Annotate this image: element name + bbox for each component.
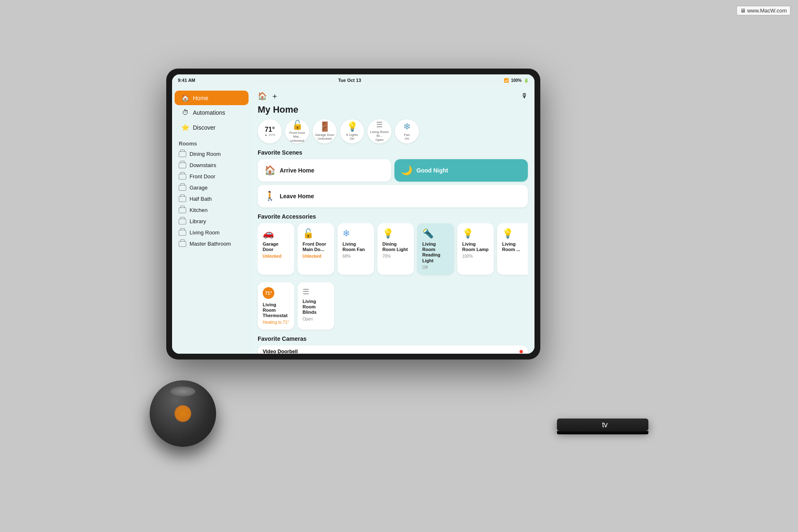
- good-night-label: Good Night: [416, 167, 448, 174]
- lr-blinds-acc-icon: ☰: [303, 287, 329, 296]
- apple-tv: tv: [557, 419, 648, 434]
- accessory-garage-door[interactable]: 🚗 Garage Door Unlocked: [258, 223, 294, 275]
- accessory-dining-light[interactable]: 💡 Dining Room Light 70%: [377, 223, 414, 275]
- fan-chip[interactable]: ❄ FanOn: [395, 119, 419, 143]
- app-layout: 🏠 Home ⏱ Automations ⭐ Discover Rooms: [172, 86, 534, 354]
- room-label-half-bath: Half Bath: [190, 196, 212, 202]
- scene-arrive-home[interactable]: 🏠 Arrive Home: [258, 159, 391, 182]
- garage-door-acc-name: Garage Door: [263, 241, 289, 252]
- lr-reading-acc-icon: 🔦: [422, 228, 449, 239]
- lights-chip[interactable]: 💡 6 LightsOn: [340, 119, 364, 143]
- accessory-lr-blinds[interactable]: ☰ Living Room Blinds Open: [298, 282, 334, 330]
- accessory-lr-fan[interactable]: ❄ Living Room Fan 68%: [337, 223, 374, 275]
- front-door-chip[interactable]: 🔓 Front Door Mai...Unlocked: [285, 119, 309, 143]
- temp-chip[interactable]: 71° ▲ 20%: [258, 119, 282, 143]
- wifi-icon: 📶: [504, 78, 509, 83]
- room-label-library: Library: [190, 218, 206, 224]
- lr-reading-acc-name: Living Room Reading Light: [422, 241, 449, 264]
- blinds-chip-label: Living Room Bl...Open: [369, 130, 390, 142]
- accessory-front-door[interactable]: 🔓 Front Door Main Do... Unlocked: [298, 223, 334, 275]
- top-nav: 🏠 ＋ 🎙: [258, 91, 528, 101]
- homepod-orange-indicator: [175, 405, 191, 422]
- room-item-kitchen[interactable]: Kitchen: [172, 204, 251, 216]
- front-door-chip-icon: 🔓: [292, 120, 303, 130]
- room-item-master-bathroom[interactable]: Master Bathroom: [172, 238, 251, 249]
- fan-chip-label: FanOn: [404, 133, 410, 141]
- good-night-icon: 🌙: [401, 165, 412, 176]
- arrive-home-icon: 🏠: [264, 165, 276, 176]
- sidebar-item-discover-label: Discover: [193, 124, 215, 131]
- garage-door-chip[interactable]: 🚪 Garage DoorUnlocked: [313, 119, 337, 143]
- homepod-body: [150, 380, 216, 447]
- room-label-master-bathroom: Master Bathroom: [190, 241, 231, 247]
- room-item-front-door[interactable]: Front Door: [172, 171, 251, 182]
- lr-fan-acc-status: 68%: [342, 254, 369, 259]
- lr-lamp-acc-status: 100%: [462, 254, 489, 259]
- room-item-garage[interactable]: Garage: [172, 182, 251, 193]
- accessory-lr-extra[interactable]: 💡 Living Room ...: [497, 223, 528, 275]
- watermark-text: www.MacW.com: [747, 7, 787, 14]
- home-nav-icon: 🏠: [181, 94, 190, 102]
- add-button[interactable]: ＋: [271, 91, 278, 101]
- front-door-chip-label: Front Door Mai...Unlocked: [287, 131, 308, 143]
- lr-lamp-acc-icon: 💡: [462, 228, 489, 239]
- automations-nav-icon: ⏱: [181, 109, 190, 116]
- sidebar-item-automations[interactable]: ⏱ Automations: [175, 106, 249, 120]
- fan-chip-icon: ❄: [403, 122, 411, 132]
- room-icon-living-room: [179, 230, 186, 236]
- favorite-scenes-header: Favorite Scenes: [258, 149, 528, 156]
- room-icon-library: [179, 219, 186, 224]
- accessory-lr-lamp[interactable]: 💡 Living Room Lamp 100%: [457, 223, 494, 275]
- camera-card[interactable]: Video Doorbell: [258, 345, 528, 354]
- sidebar-nav: 🏠 Home ⏱ Automations ⭐ Discover: [172, 91, 251, 135]
- room-icon-front-door: [179, 174, 186, 180]
- accessory-lr-reading[interactable]: 🔦 Living Room Reading Light Off: [417, 223, 454, 275]
- lr-fan-acc-icon: ❄: [342, 228, 369, 239]
- siri-icon[interactable]: 🎙: [521, 92, 528, 100]
- favorite-accessories-header: Favorite Accessories: [258, 213, 528, 220]
- scene-leave-home[interactable]: 🚶 Leave Home: [258, 185, 528, 207]
- temp-value: 71°: [265, 126, 275, 133]
- scene-good-night[interactable]: 🌙 Good Night: [394, 159, 528, 182]
- camera-live-indicator: [520, 350, 523, 353]
- garage-door-acc-icon: 🚗: [263, 228, 289, 239]
- thermostat-badge: 71°: [263, 287, 274, 299]
- room-icon-garage: [179, 185, 186, 191]
- status-chips: 71° ▲ 20% 🔓 Front Door Mai...Unlocked 🚪 …: [258, 119, 528, 143]
- room-item-library[interactable]: Library: [172, 216, 251, 227]
- room-item-half-bath[interactable]: Half Bath: [172, 193, 251, 204]
- lr-thermostat-name: Living Room Thermostat: [263, 302, 289, 319]
- accessory-lr-thermostat[interactable]: 71° Living Room Thermostat Heating to 71…: [258, 282, 294, 330]
- appletv-text: tv: [602, 421, 607, 429]
- front-door-acc-name: Front Door Main Do...: [303, 241, 329, 252]
- blinds-chip-icon: ☰: [376, 121, 383, 129]
- appletv-base: [557, 431, 648, 434]
- lr-reading-acc-status: Off: [422, 265, 449, 270]
- ipad-screen: 9:41 AM Tue Oct 13 📶 100% 🔋 🏠 Home: [172, 74, 534, 354]
- front-door-acc-status: Unlocked: [303, 254, 329, 259]
- lr-blinds-status: Open: [303, 317, 329, 321]
- rooms-list: Dining Room Downstairs Front Door G: [172, 148, 251, 249]
- lr-blinds-name: Living Room Blinds: [303, 299, 329, 315]
- sidebar-item-home[interactable]: 🏠 Home: [175, 91, 249, 105]
- room-icon-dining-room: [179, 151, 186, 157]
- room-icon-kitchen: [179, 207, 186, 213]
- status-time: 9:41 AM: [178, 78, 195, 83]
- battery-text: 100%: [511, 78, 522, 83]
- room-item-living-room[interactable]: Living Room: [172, 227, 251, 238]
- blinds-chip[interactable]: ☰ Living Room Bl...Open: [367, 119, 392, 143]
- status-bar: 9:41 AM Tue Oct 13 📶 100% 🔋: [172, 74, 534, 86]
- sidebar-item-discover[interactable]: ⭐ Discover: [175, 120, 249, 135]
- dining-light-acc-name: Dining Room Light: [382, 241, 409, 252]
- temp-sub: ▲ 20%: [264, 133, 275, 137]
- room-item-downstairs[interactable]: Downstairs: [172, 160, 251, 171]
- garage-door-acc-status: Unlocked: [263, 254, 289, 259]
- lr-extra-acc-icon: 💡: [502, 228, 528, 239]
- room-item-dining-room[interactable]: Dining Room: [172, 148, 251, 160]
- home-icon-button[interactable]: 🏠: [258, 91, 267, 101]
- sidebar-item-automations-label: Automations: [193, 109, 225, 116]
- garage-door-chip-icon: 🚪: [319, 122, 330, 132]
- watermark: 🖥 www.MacW.com: [736, 6, 791, 15]
- scenes-grid: 🏠 Arrive Home 🌙 Good Night 🚶 Leave Home: [258, 159, 528, 207]
- homepod-mini: [141, 380, 224, 463]
